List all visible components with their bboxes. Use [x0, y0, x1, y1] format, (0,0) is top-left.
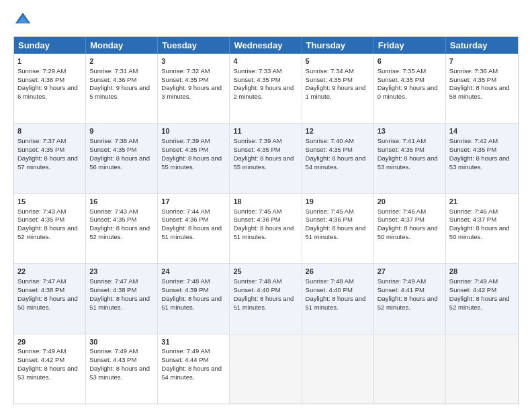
day-number: 4 — [233, 56, 298, 66]
sunset: Sunset: 4:44 PM — [161, 356, 208, 363]
sunrise: Sunrise: 7:35 AM — [378, 67, 426, 75]
daylight: Daylight: 8 hours and 50 minutes. — [449, 224, 510, 240]
sunrise: Sunrise: 7:38 AM — [89, 137, 138, 144]
calendar-row-5: 29Sunrise: 7:49 AMSunset: 4:42 PMDayligh… — [14, 334, 518, 404]
calendar-cell — [230, 334, 302, 404]
daylight: Daylight: 8 hours and 51 minutes. — [161, 295, 222, 311]
sunrise: Sunrise: 7:31 AM — [89, 67, 138, 75]
sunrise: Sunrise: 7:48 AM — [233, 277, 281, 285]
calendar-cell: 12Sunrise: 7:40 AMSunset: 4:35 PMDayligh… — [302, 124, 374, 193]
calendar-row-3: 15Sunrise: 7:43 AMSunset: 4:35 PMDayligh… — [14, 194, 518, 264]
daylight: Daylight: 8 hours and 55 minutes. — [233, 154, 294, 171]
calendar-cell: 21Sunrise: 7:46 AMSunset: 4:37 PMDayligh… — [446, 194, 518, 263]
daylight: Daylight: 9 hours and 0 minutes. — [378, 84, 438, 100]
calendar-cell: 3Sunrise: 7:32 AMSunset: 4:35 PMDaylight… — [158, 54, 230, 123]
sunset: Sunset: 4:37 PM — [378, 216, 425, 223]
day-header-tuesday: Tuesday — [158, 37, 230, 54]
day-number: 25 — [233, 267, 298, 277]
day-number: 14 — [449, 126, 515, 136]
sunset: Sunset: 4:36 PM — [306, 216, 353, 223]
sunrise: Sunrise: 7:45 AM — [233, 208, 281, 215]
calendar-cell: 28Sunrise: 7:49 AMSunset: 4:42 PMDayligh… — [446, 264, 518, 333]
daylight: Daylight: 8 hours and 51 minutes. — [233, 295, 294, 311]
sunrise: Sunrise: 7:49 AM — [89, 347, 138, 355]
calendar-cell: 24Sunrise: 7:48 AMSunset: 4:39 PMDayligh… — [158, 264, 230, 333]
calendar-cell: 17Sunrise: 7:44 AMSunset: 4:36 PMDayligh… — [158, 194, 230, 263]
day-number: 1 — [17, 56, 82, 66]
sunrise: Sunrise: 7:49 AM — [449, 277, 498, 285]
sunrise: Sunrise: 7:42 AM — [449, 137, 498, 144]
calendar-cell: 29Sunrise: 7:49 AMSunset: 4:42 PMDayligh… — [14, 334, 86, 404]
day-number: 16 — [89, 197, 154, 207]
sunrise: Sunrise: 7:46 AM — [449, 208, 498, 215]
day-header-monday: Monday — [86, 37, 158, 54]
day-number: 22 — [17, 267, 82, 277]
sunrise: Sunrise: 7:49 AM — [161, 347, 210, 355]
sunset: Sunset: 4:35 PM — [17, 216, 64, 223]
sunset: Sunset: 4:35 PM — [233, 146, 280, 153]
daylight: Daylight: 9 hours and 5 minutes. — [89, 84, 150, 100]
sunrise: Sunrise: 7:40 AM — [306, 137, 354, 144]
sunset: Sunset: 4:35 PM — [161, 146, 208, 153]
sunrise: Sunrise: 7:45 AM — [306, 208, 354, 215]
day-number: 21 — [449, 197, 515, 207]
sunrise: Sunrise: 7:39 AM — [161, 137, 210, 144]
day-header-sunday: Sunday — [14, 37, 86, 54]
calendar-cell: 11Sunrise: 7:39 AMSunset: 4:35 PMDayligh… — [230, 124, 302, 193]
calendar-cell: 25Sunrise: 7:48 AMSunset: 4:40 PMDayligh… — [230, 264, 302, 333]
calendar-cell: 4Sunrise: 7:33 AMSunset: 4:35 PMDaylight… — [230, 54, 302, 123]
day-number: 23 — [89, 267, 154, 277]
daylight: Daylight: 8 hours and 56 minutes. — [89, 154, 150, 171]
calendar-row-1: 1Sunrise: 7:29 AMSunset: 4:36 PMDaylight… — [14, 54, 518, 124]
calendar-cell — [302, 334, 374, 404]
sunset: Sunset: 4:39 PM — [161, 286, 208, 293]
calendar-cell: 1Sunrise: 7:29 AMSunset: 4:36 PMDaylight… — [14, 54, 86, 123]
calendar-cell: 8Sunrise: 7:37 AMSunset: 4:35 PMDaylight… — [14, 124, 86, 193]
sunset: Sunset: 4:35 PM — [306, 76, 353, 83]
sunset: Sunset: 4:35 PM — [233, 76, 280, 83]
sunset: Sunset: 4:36 PM — [161, 216, 208, 223]
calendar-cell: 20Sunrise: 7:46 AMSunset: 4:37 PMDayligh… — [374, 194, 446, 263]
daylight: Daylight: 8 hours and 52 minutes. — [89, 224, 150, 240]
sunset: Sunset: 4:35 PM — [378, 76, 425, 83]
sunset: Sunset: 4:35 PM — [161, 76, 208, 83]
page: SundayMondayTuesdayWednesdayThursdayFrid… — [0, 0, 532, 411]
sunset: Sunset: 4:43 PM — [89, 356, 136, 363]
calendar-cell: 27Sunrise: 7:49 AMSunset: 4:41 PMDayligh… — [374, 264, 446, 333]
daylight: Daylight: 8 hours and 52 minutes. — [378, 295, 438, 311]
daylight: Daylight: 8 hours and 51 minutes. — [161, 224, 222, 240]
day-number: 8 — [17, 126, 82, 136]
calendar-cell: 13Sunrise: 7:41 AMSunset: 4:35 PMDayligh… — [374, 124, 446, 193]
sunrise: Sunrise: 7:29 AM — [17, 67, 66, 75]
daylight: Daylight: 9 hours and 2 minutes. — [233, 84, 294, 100]
sunrise: Sunrise: 7:48 AM — [161, 277, 210, 285]
sunset: Sunset: 4:35 PM — [378, 146, 425, 153]
sunset: Sunset: 4:36 PM — [17, 76, 64, 83]
day-number: 3 — [161, 56, 226, 66]
sunset: Sunset: 4:42 PM — [449, 286, 496, 293]
sunset: Sunset: 4:40 PM — [306, 286, 353, 293]
calendar-cell: 9Sunrise: 7:38 AMSunset: 4:35 PMDaylight… — [86, 124, 158, 193]
day-header-thursday: Thursday — [302, 37, 374, 54]
day-number: 7 — [449, 56, 515, 66]
calendar-cell: 6Sunrise: 7:35 AMSunset: 4:35 PMDaylight… — [374, 54, 446, 123]
day-number: 13 — [378, 126, 442, 136]
day-number: 10 — [161, 126, 226, 136]
calendar-cell: 14Sunrise: 7:42 AMSunset: 4:35 PMDayligh… — [446, 124, 518, 193]
sunset: Sunset: 4:35 PM — [306, 146, 353, 153]
sunrise: Sunrise: 7:34 AM — [306, 67, 354, 75]
calendar-cell: 22Sunrise: 7:47 AMSunset: 4:38 PMDayligh… — [14, 264, 86, 333]
day-number: 28 — [449, 267, 515, 277]
day-number: 2 — [89, 56, 154, 66]
sunrise: Sunrise: 7:32 AM — [161, 67, 210, 75]
sunset: Sunset: 4:40 PM — [233, 286, 280, 293]
sunset: Sunset: 4:42 PM — [17, 356, 64, 363]
day-number: 18 — [233, 197, 298, 207]
sunset: Sunset: 4:37 PM — [449, 216, 496, 223]
daylight: Daylight: 9 hours and 1 minute. — [306, 84, 366, 100]
logo-icon — [13, 11, 32, 30]
calendar-cell — [374, 334, 446, 404]
day-number: 12 — [306, 126, 370, 136]
daylight: Daylight: 8 hours and 51 minutes. — [306, 224, 366, 240]
calendar-cell — [446, 334, 518, 404]
